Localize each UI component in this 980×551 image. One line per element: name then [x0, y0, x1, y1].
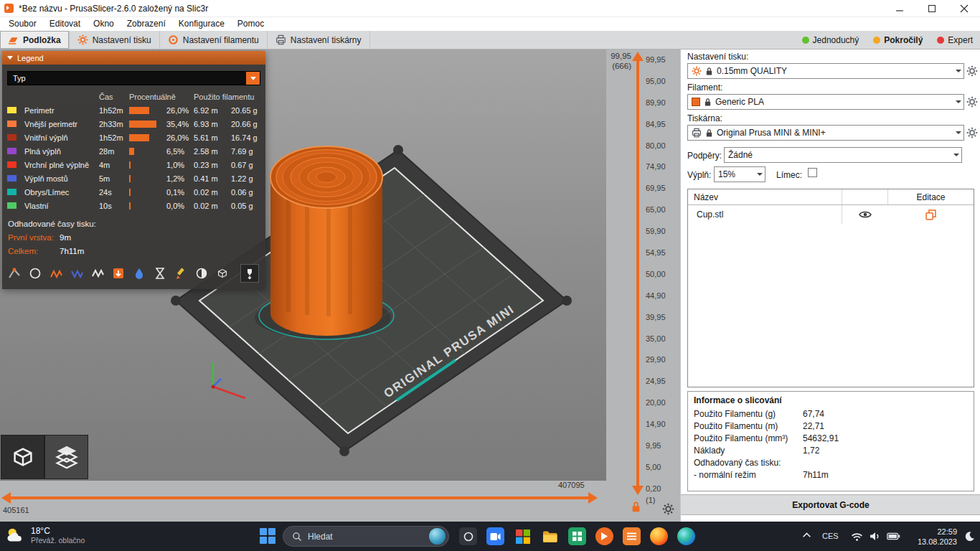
- edit-copy-icon[interactable]: [925, 209, 936, 220]
- feature-meters: 6.92 m: [194, 106, 231, 115]
- legend-row: Plná výplň 28m 6,5% 2.58 m 7.69 g: [2, 144, 265, 158]
- battery-icon[interactable]: [887, 532, 900, 540]
- taskbar-app-office[interactable]: [514, 527, 532, 545]
- retractions-icon[interactable]: [49, 266, 63, 281]
- minimize-button[interactable]: [883, 0, 915, 17]
- menu-item[interactable]: Okno: [87, 17, 121, 31]
- infill-value: 15%: [718, 169, 735, 179]
- wifi-icon[interactable]: [851, 532, 863, 542]
- brim-label: Límec:: [776, 170, 802, 180]
- mode-label: Jednoduchý: [813, 35, 859, 45]
- taskbar-app-camera[interactable]: [486, 527, 504, 545]
- deretractions-icon[interactable]: [70, 266, 84, 281]
- feature-percent: 1,2%: [166, 174, 194, 183]
- brim-checkbox[interactable]: [808, 168, 817, 177]
- legend-panel: Legend Typ Čas Procentuálně Použito fila…: [2, 51, 265, 289]
- menu-item[interactable]: Pomoc: [231, 17, 270, 31]
- 3d-canvas[interactable]: ORIGINAL PRUSA MINI: [0, 50, 606, 481]
- axes-gizmo: [212, 362, 246, 398]
- print-settings-gear-button[interactable]: [966, 65, 978, 77]
- layer-slider-lower-handle[interactable]: [632, 486, 644, 495]
- infill-select[interactable]: 15%: [714, 166, 765, 182]
- view-type-select[interactable]: Typ: [7, 71, 260, 85]
- seam-paint-icon[interactable]: [174, 266, 188, 281]
- collapse-icon: [7, 56, 13, 60]
- mode-dot: [937, 37, 944, 44]
- feature-grams: 16.74 g: [231, 133, 263, 142]
- mode-toggle[interactable]: Pokročilý: [866, 31, 930, 49]
- weather-widget[interactable]: 18°C Převáž. oblačno: [5, 526, 85, 545]
- search-highlight-image[interactable]: [429, 528, 446, 545]
- estimates-title: Odhadované časy tisku:: [2, 212, 265, 228]
- menu-item[interactable]: Zobrazení: [121, 17, 172, 31]
- legend-header[interactable]: Legend: [2, 51, 265, 65]
- maximize-button[interactable]: [915, 0, 948, 17]
- seams-icon[interactable]: [90, 266, 105, 281]
- printer-gear-button[interactable]: [966, 127, 978, 138]
- taskbar-app-firefox[interactable]: [650, 527, 668, 545]
- preview-settings-gear-icon[interactable]: [662, 503, 674, 515]
- menu-item[interactable]: Konfigurace: [172, 17, 231, 31]
- tool-marker-icon[interactable]: [194, 266, 209, 281]
- color-changes-icon[interactable]: [111, 266, 126, 281]
- volume-icon[interactable]: [870, 532, 881, 541]
- move-slider-left-handle[interactable]: [1, 492, 11, 504]
- custom-gcode-icon[interactable]: [153, 266, 167, 281]
- feature-time: 28m: [99, 147, 129, 156]
- thumbnail-3d-view[interactable]: [1, 435, 44, 479]
- prusaslicer-window: *Bez názvu - PrusaSlicer-2.6.0 založený …: [0, 0, 980, 551]
- print-settings-select[interactable]: 0.15mm QUALITY: [687, 63, 964, 79]
- wipe-icon[interactable]: [28, 266, 42, 281]
- taskbar-app-dark[interactable]: [459, 527, 477, 545]
- layer-slider-upper-handle[interactable]: [632, 52, 644, 61]
- feature-color-chip: [7, 134, 17, 141]
- filament-gear-button[interactable]: [966, 96, 978, 108]
- do-not-disturb-moon-icon[interactable]: [964, 531, 975, 542]
- travel-moves-icon[interactable]: [7, 266, 22, 281]
- tab[interactable]: Nastavení filamentu: [160, 31, 268, 49]
- feature-time: 1h52m: [99, 133, 129, 142]
- select-caret-button[interactable]: [246, 72, 260, 85]
- layer-slider-track[interactable]: [636, 61, 639, 489]
- layer-tick-label: 20,00: [646, 398, 666, 407]
- shells-icon[interactable]: [215, 266, 230, 281]
- feature-meters: 0.23 m: [194, 161, 231, 169]
- taskbar-app-prusaslicer[interactable]: [595, 527, 613, 545]
- layer-tick-label: 44,90: [646, 291, 666, 300]
- taskbar-app-edge[interactable]: [677, 527, 695, 545]
- tray-chevron-up-icon[interactable]: [802, 532, 811, 538]
- visibility-eye-icon[interactable]: [859, 210, 872, 219]
- tab[interactable]: Nastavení tiskárny: [268, 31, 370, 49]
- mode-toggle[interactable]: Jednoduchý: [795, 31, 867, 49]
- filament-select[interactable]: Generic PLA: [687, 94, 964, 110]
- printer-select[interactable]: Original Prusa MINI & MINI+: [687, 125, 964, 141]
- tool-position-icon[interactable]: [240, 264, 259, 283]
- start-button[interactable]: [260, 528, 276, 545]
- mode-toggle[interactable]: Expert: [930, 31, 980, 49]
- taskbar-app-explorer[interactable]: [541, 527, 559, 545]
- taskbar-app-green[interactable]: [568, 527, 586, 545]
- chevron-down-icon: [956, 100, 961, 103]
- thumbnail-preview-view[interactable]: [44, 435, 88, 479]
- model-cylinder[interactable]: [255, 146, 394, 339]
- menu-item[interactable]: Editovat: [43, 17, 87, 31]
- clock-widget[interactable]: 22:59 13.08.2023: [905, 527, 957, 547]
- close-button[interactable]: [948, 0, 980, 17]
- pause-prints-icon[interactable]: [132, 266, 146, 281]
- move-slider-min: 405161: [3, 506, 29, 514]
- taskbar-app-gcode-viewer[interactable]: [623, 527, 641, 545]
- export-gcode-button[interactable]: Exportovat G-code: [681, 494, 980, 515]
- lock-icon: [705, 67, 713, 76]
- tab[interactable]: Podložka: [0, 31, 70, 49]
- move-slider-right-handle[interactable]: [588, 492, 598, 504]
- tab[interactable]: Nastavení tisku: [70, 31, 160, 49]
- supports-select[interactable]: Žádné: [724, 147, 962, 163]
- menu-item[interactable]: Soubor: [2, 17, 43, 31]
- move-slider-track[interactable]: [10, 496, 588, 499]
- search-input[interactable]: Hledat: [283, 526, 449, 547]
- feature-meters: 0.41 m: [194, 174, 231, 183]
- info-value: 22,71: [803, 421, 968, 431]
- object-row[interactable]: Cup.stl: [688, 205, 974, 224]
- lock-icon[interactable]: [631, 501, 641, 513]
- keyboard-language[interactable]: CES: [822, 532, 839, 540]
